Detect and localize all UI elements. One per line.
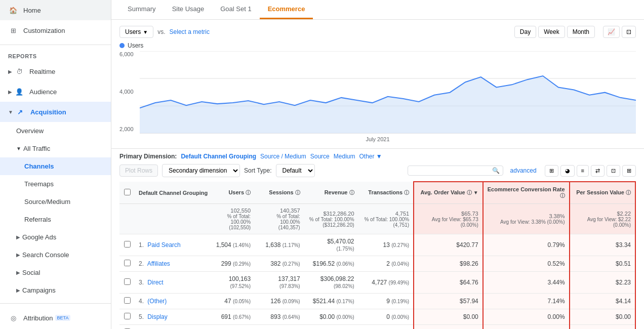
th-channel[interactable]: Default Channel Grouping [135, 182, 212, 204]
total-label-cell [135, 204, 212, 234]
time-btn-week[interactable]: Week [538, 26, 565, 38]
row-avg-order-cell: $98.26 [414, 256, 483, 272]
sidebar-item-campaigns[interactable]: ▶ Campaigns [0, 281, 111, 299]
th-per-session[interactable]: Per Session Value ⓘ [570, 182, 635, 204]
sidebar-item-acquisition[interactable]: ▼ ↗ Acquisition [0, 102, 111, 122]
row-users-cell: 299 (0.29%) [212, 256, 255, 272]
chart-type-line-button[interactable]: 📈 [603, 26, 620, 38]
dim-option-source[interactable]: Source [310, 153, 330, 160]
row-number: 3. [139, 279, 144, 286]
row-checkbox[interactable] [124, 260, 131, 266]
sidebar-item-search-console[interactable]: ▶ Search Console [0, 246, 111, 264]
sidebar-social-label: Social [22, 269, 40, 276]
row-channel-link[interactable]: Paid Search [147, 241, 180, 249]
main-content: Summary Site Usage Goal Set 1 Ecommerce … [111, 0, 644, 329]
table-row: 2. Affiliates 299 (0.29%) 382 (0.27%) $1… [119, 256, 635, 272]
sidebar-item-source-medium[interactable]: Source/Medium [0, 193, 111, 211]
row-channel-link[interactable]: Direct [147, 279, 163, 286]
table-view-bar-button[interactable]: ≡ [577, 165, 589, 177]
tab-goal-set-1[interactable]: Goal Set 1 [212, 0, 259, 19]
table-view-grid-button[interactable]: ⊞ [545, 165, 558, 177]
acquisition-icon: ↗ [15, 107, 25, 117]
advanced-link[interactable]: advanced [510, 167, 537, 174]
row-num-channel-cell: 5. Display [135, 309, 212, 325]
th-users[interactable]: Users ⓘ [212, 182, 255, 204]
table-view-compare-button[interactable]: ⇄ [591, 165, 605, 177]
sidebar-audience-label: Audience [29, 88, 57, 96]
sidebar-item-attribution[interactable]: ◎ Attribution BETA [0, 308, 111, 328]
sidebar-item-channels[interactable]: Channels [0, 157, 111, 175]
search-icon[interactable]: 🔍 [492, 167, 500, 174]
th-sessions[interactable]: Sessions ⓘ [255, 182, 304, 204]
sort-type-select[interactable]: Default [276, 164, 315, 177]
row-checkbox[interactable] [124, 297, 131, 304]
tab-ecommerce[interactable]: Ecommerce [260, 0, 313, 19]
table-row: 1. Paid Search 1,504 (1.46%) 1,638 (1.17… [119, 234, 635, 256]
time-btn-day[interactable]: Day [514, 26, 536, 38]
sidebar-item-realtime[interactable]: ▶ ⏱ Realtime [0, 61, 111, 81]
dim-option-medium[interactable]: Medium [334, 153, 355, 160]
table-view-custom-button[interactable]: ⊞ [622, 165, 636, 177]
chart-type-bar-button[interactable]: ⊡ [622, 26, 636, 38]
row-avg-order-cell: $64.76 [414, 272, 483, 294]
sidebar-item-overview[interactable]: Overview [0, 122, 111, 140]
dim-option-default[interactable]: Default Channel Grouping [181, 153, 256, 160]
total-revenue-cell: $312,286.20 % of Total: 100.00% ($312,28… [304, 204, 358, 234]
row-conv-rate-cell: 7.14% [483, 294, 570, 309]
th-conv-rate[interactable]: Ecommerce Conversion Rate ⓘ [483, 182, 570, 204]
row-channel-link[interactable]: Display [147, 313, 167, 320]
sidebar-item-social[interactable]: ▶ Social [0, 264, 111, 281]
total-conv-rate-value: 3.38% [549, 213, 565, 219]
sidebar-item-home[interactable]: 🏠 Home [0, 0, 111, 20]
row-channel-link[interactable]: Affiliates [147, 260, 170, 267]
metric-users-button[interactable]: Users ▼ [119, 26, 153, 38]
sidebar-item-customization[interactable]: ⊞ Customization [0, 20, 111, 40]
row-conv-rate-cell: 0.79% [483, 234, 570, 256]
row-conv-rate-cell: 0.00% [483, 309, 570, 325]
table-view-pie-button[interactable]: ◕ [560, 165, 575, 177]
sidebar-source-medium-label: Source/Medium [24, 198, 70, 205]
dim-option-source-medium[interactable]: Source / Medium [260, 153, 306, 160]
row-checkbox[interactable] [124, 278, 131, 285]
sidebar-item-google-ads[interactable]: ▶ Google Ads [0, 228, 111, 246]
table-row: 6. Referral 1 (0.00%) 1 (0.00%) $0.00 (0… [119, 325, 635, 330]
secondary-dimension-select[interactable]: Secondary dimension [162, 164, 240, 177]
th-conv-rate-label: Ecommerce Conversion Rate [488, 186, 565, 192]
row-checkbox-cell [119, 294, 135, 309]
row-num-channel-cell: 1. Paid Search [135, 234, 212, 256]
th-revenue[interactable]: Revenue ⓘ [304, 182, 358, 204]
sidebar-item-audience[interactable]: ▶ 👤 Audience [0, 81, 111, 102]
select-all-checkbox[interactable] [124, 189, 131, 195]
total-revenue-value: $312,286.20 [323, 211, 354, 217]
time-buttons: Day Week Month [514, 26, 595, 38]
total-avg-order-value: $65.73 [461, 211, 478, 217]
row-checkbox[interactable] [124, 313, 131, 319]
time-btn-month[interactable]: Month [567, 26, 595, 38]
select-metric-link[interactable]: Select a metric [170, 28, 210, 35]
row-revenue-cell: $0.00 (0.00%) [304, 309, 358, 325]
row-checkbox[interactable] [124, 241, 131, 248]
row-revenue-cell: $521.44 (0.17%) [304, 294, 358, 309]
row-transactions-cell: 2 (0.04%) [358, 256, 414, 272]
tab-summary[interactable]: Summary [119, 0, 164, 19]
row-users-cell: 100,163 (97.52%) [212, 272, 255, 294]
row-conv-rate-cell: 3.44% [483, 272, 570, 294]
row-sessions-cell: 1,638 (1.17%) [255, 234, 304, 256]
row-num-channel-cell: 2. Affiliates [135, 256, 212, 272]
audience-icon: 👤 [14, 87, 24, 97]
search-input[interactable] [411, 167, 492, 174]
sidebar-item-treemaps[interactable]: Treemaps [0, 175, 111, 193]
row-channel-link[interactable]: (Other) [147, 298, 167, 305]
dim-option-other[interactable]: Other ▼ [359, 153, 382, 160]
th-avg-order[interactable]: Avg. Order Value ⓘ ▼ [414, 182, 483, 204]
th-channel-label: Default Channel Grouping [139, 190, 208, 196]
total-transactions-cell: 4,751 % of Total: 100.00% (4,751) [358, 204, 414, 234]
sidebar-item-all-traffic[interactable]: ▼ All Traffic [0, 140, 111, 157]
realtime-icon: ⏱ [14, 66, 24, 76]
tab-site-usage[interactable]: Site Usage [164, 0, 213, 19]
sidebar-item-referrals[interactable]: Referrals [0, 211, 111, 228]
th-transactions[interactable]: Transactions ⓘ [358, 182, 414, 204]
row-number: 5. [139, 313, 144, 320]
row-sessions-cell: 137,317 (97.83%) [255, 272, 304, 294]
table-view-pivot-button[interactable]: ⊡ [607, 165, 620, 177]
